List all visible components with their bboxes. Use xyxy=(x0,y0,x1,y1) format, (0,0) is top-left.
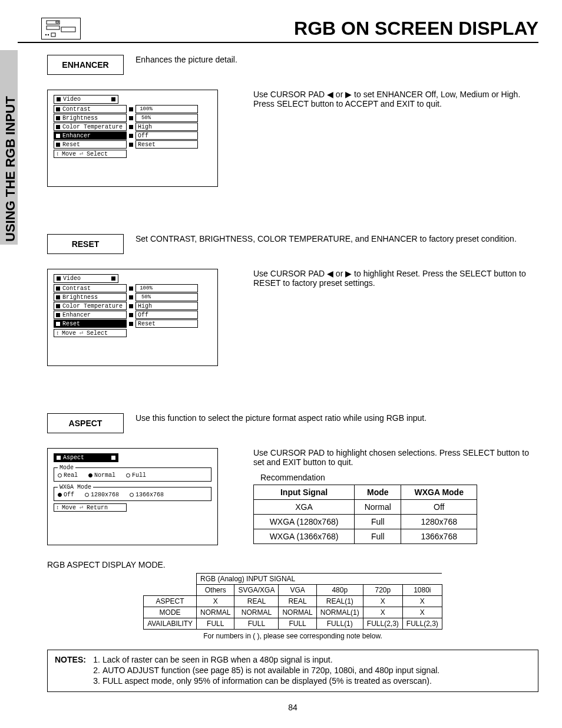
reset-description: Set CONTRAST, BRIGHTNESS, COLOR TEMPERAT… xyxy=(135,234,538,243)
title-underline xyxy=(18,42,538,43)
page-title: RGB ON SCREEN DISPLAY xyxy=(294,18,538,39)
reset-instruction: Use CURSOR PAD ◀ or ▶ to highlight Reset… xyxy=(253,269,538,288)
svg-rect-6 xyxy=(51,33,55,37)
recommendation-table: Input Signal Mode WXGA Mode XGANormalOff… xyxy=(253,485,477,544)
notes-box: NOTES: Lack of raster can be seen in RGB… xyxy=(47,650,538,692)
svg-point-4 xyxy=(45,34,47,35)
note-item: AUTO ADJUST function (see page 85) is no… xyxy=(103,666,439,675)
svg-point-5 xyxy=(48,34,49,35)
aspect-description: Use this function to select the picture … xyxy=(135,413,538,423)
aspect-display-heading: RGB ASPECT DISPLAY MODE. xyxy=(47,560,538,569)
reset-label-box: RESET xyxy=(47,234,124,254)
enhancer-description: Enhances the picture detail. xyxy=(135,55,538,64)
notes-label: NOTES: xyxy=(55,655,86,687)
osd-aspect-preview: Aspect Mode Real Normal Full WXGA Mode O… xyxy=(47,448,218,545)
enhancer-label-box: ENHANCER xyxy=(47,55,124,75)
svg-rect-3 xyxy=(61,27,75,32)
svg-rect-2 xyxy=(47,26,59,29)
svg-rect-1 xyxy=(56,21,58,23)
page-number: 84 xyxy=(47,703,538,712)
side-section-label: USING THE RGB INPUT xyxy=(3,96,18,242)
recommendation-heading: Recommendation xyxy=(260,473,538,482)
note-item: FULL aspect mode, only 95% of informatio… xyxy=(103,676,439,686)
aspect-instruction: Use CURSOR PAD to highlight chosen selec… xyxy=(253,448,538,467)
aspect-label-box: ASPECT xyxy=(47,413,124,433)
note-item: Lack of raster can be seen in RGB when a… xyxy=(103,655,439,664)
enhancer-instruction: Use CURSOR PAD ◀ or ▶ to set ENHANCER Of… xyxy=(253,90,538,108)
osd-enhancer-preview: Video Contrast100% Brightness50% Color T… xyxy=(47,90,218,187)
osd-reset-preview: Video Contrast100% Brightness50% Color T… xyxy=(47,269,218,366)
aspect-table-footnote: For numbers in ( ), please see correspon… xyxy=(47,632,538,640)
aspect-mode-table: RGB (Analog) INPUT SIGNAL OthersSVGA/XGA… xyxy=(143,573,442,630)
manual-logo-icon xyxy=(41,18,81,39)
